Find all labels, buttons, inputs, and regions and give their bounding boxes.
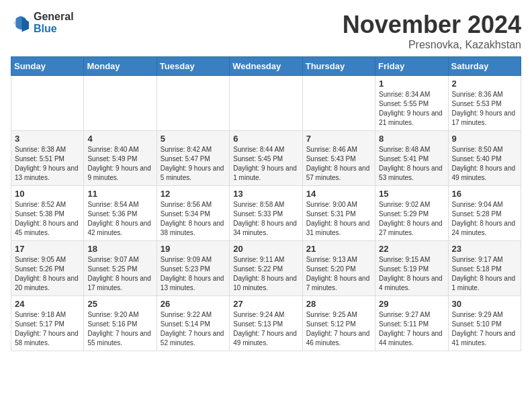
day-number: 23: [452, 244, 517, 254]
calendar-cell-w1-d7: 2Sunrise: 8:36 AMSunset: 5:53 PMDaylight…: [448, 76, 521, 131]
day-info: Sunrise: 9:15 AMSunset: 5:19 PMDaylight:…: [379, 256, 443, 291]
day-info: Sunrise: 9:17 AMSunset: 5:18 PMDaylight:…: [452, 256, 516, 291]
day-info: Sunrise: 9:18 AMSunset: 5:17 PMDaylight:…: [15, 311, 79, 347]
calendar-header-row: Sunday Monday Tuesday Wednesday Thursday…: [11, 57, 521, 76]
page-header: General Blue November 2024 Presnovka, Ka…: [11, 11, 521, 51]
location-title: Presnovka, Kazakhstan: [343, 39, 521, 51]
calendar-week-4: 17Sunrise: 9:05 AMSunset: 5:26 PMDayligh…: [11, 241, 521, 296]
calendar-cell-w5-d2: 25Sunrise: 9:20 AMSunset: 5:16 PMDayligh…: [84, 296, 157, 351]
calendar-cell-w2-d1: 3Sunrise: 8:38 AMSunset: 5:51 PMDaylight…: [11, 131, 84, 186]
calendar-week-1: 1Sunrise: 8:34 AMSunset: 5:55 PMDaylight…: [11, 76, 521, 131]
day-info: Sunrise: 9:11 AMSunset: 5:22 PMDaylight:…: [233, 256, 297, 291]
day-info: Sunrise: 8:52 AMSunset: 5:38 PMDaylight:…: [15, 201, 79, 236]
header-tuesday: Tuesday: [157, 57, 229, 76]
calendar-week-3: 10Sunrise: 8:52 AMSunset: 5:38 PMDayligh…: [11, 186, 521, 241]
calendar-week-5: 24Sunrise: 9:18 AMSunset: 5:17 PMDayligh…: [11, 296, 521, 351]
calendar-cell-w3-d3: 12Sunrise: 8:56 AMSunset: 5:34 PMDayligh…: [157, 186, 229, 241]
day-number: 8: [379, 134, 444, 144]
day-info: Sunrise: 9:00 AMSunset: 5:31 PMDaylight:…: [306, 201, 370, 236]
logo-blue: Blue: [34, 23, 57, 34]
header-thursday: Thursday: [302, 57, 375, 76]
day-number: 24: [15, 299, 80, 309]
day-info: Sunrise: 9:09 AMSunset: 5:23 PMDaylight:…: [161, 256, 224, 291]
logo-general: General: [34, 11, 74, 22]
day-info: Sunrise: 9:13 AMSunset: 5:20 PMDaylight:…: [306, 256, 370, 291]
header-saturday: Saturday: [448, 57, 521, 76]
day-info: Sunrise: 8:40 AMSunset: 5:49 PMDaylight:…: [87, 146, 151, 181]
day-info: Sunrise: 8:38 AMSunset: 5:51 PMDaylight:…: [15, 146, 79, 181]
day-number: 20: [233, 244, 298, 254]
day-info: Sunrise: 8:56 AMSunset: 5:34 PMDaylight:…: [161, 201, 224, 236]
day-info: Sunrise: 8:34 AMSunset: 5:55 PMDaylight:…: [379, 91, 443, 126]
day-number: 18: [87, 244, 152, 254]
header-friday: Friday: [375, 57, 448, 76]
calendar-cell-w3-d1: 10Sunrise: 8:52 AMSunset: 5:38 PMDayligh…: [11, 186, 84, 241]
day-number: 30: [452, 299, 517, 309]
day-info: Sunrise: 8:44 AMSunset: 5:45 PMDaylight:…: [233, 146, 297, 181]
logo: General Blue: [11, 11, 74, 35]
calendar-cell-w5-d3: 26Sunrise: 9:22 AMSunset: 5:14 PMDayligh…: [157, 296, 229, 351]
calendar-cell-w4-d1: 17Sunrise: 9:05 AMSunset: 5:26 PMDayligh…: [11, 241, 84, 296]
calendar-cell-w1-d3: [157, 76, 229, 131]
day-info: Sunrise: 9:02 AMSunset: 5:29 PMDaylight:…: [379, 201, 443, 236]
day-number: 19: [161, 244, 226, 254]
calendar-table: Sunday Monday Tuesday Wednesday Thursday…: [11, 56, 521, 351]
day-number: 28: [306, 299, 371, 309]
day-info: Sunrise: 9:22 AMSunset: 5:14 PMDaylight:…: [161, 311, 224, 347]
calendar-cell-w2-d4: 6Sunrise: 8:44 AMSunset: 5:45 PMDaylight…: [230, 131, 302, 186]
calendar-cell-w4-d7: 23Sunrise: 9:17 AMSunset: 5:18 PMDayligh…: [448, 241, 521, 296]
day-info: Sunrise: 8:50 AMSunset: 5:40 PMDaylight:…: [452, 146, 516, 181]
title-section: November 2024 Presnovka, Kazakhstan: [343, 11, 521, 51]
day-info: Sunrise: 9:05 AMSunset: 5:26 PMDaylight:…: [15, 256, 79, 291]
calendar-cell-w4-d3: 19Sunrise: 9:09 AMSunset: 5:23 PMDayligh…: [157, 241, 229, 296]
calendar-cell-w5-d7: 30Sunrise: 9:29 AMSunset: 5:10 PMDayligh…: [448, 296, 521, 351]
day-number: 12: [161, 189, 226, 199]
calendar-cell-w2-d2: 4Sunrise: 8:40 AMSunset: 5:49 PMDaylight…: [84, 131, 157, 186]
day-number: 22: [379, 244, 444, 254]
header-sunday: Sunday: [11, 57, 84, 76]
day-info: Sunrise: 9:25 AMSunset: 5:12 PMDaylight:…: [306, 311, 370, 347]
day-number: 3: [15, 134, 80, 144]
calendar-cell-w1-d6: 1Sunrise: 8:34 AMSunset: 5:55 PMDaylight…: [375, 76, 448, 131]
calendar-cell-w3-d7: 16Sunrise: 9:04 AMSunset: 5:28 PMDayligh…: [448, 186, 521, 241]
day-number: 21: [306, 244, 371, 254]
calendar-cell-w3-d6: 15Sunrise: 9:02 AMSunset: 5:29 PMDayligh…: [375, 186, 448, 241]
calendar-cell-w1-d1: [11, 76, 84, 131]
calendar-cell-w5-d1: 24Sunrise: 9:18 AMSunset: 5:17 PMDayligh…: [11, 296, 84, 351]
month-title: November 2024: [343, 11, 521, 39]
day-info: Sunrise: 8:42 AMSunset: 5:47 PMDaylight:…: [161, 146, 224, 181]
calendar-cell-w2-d3: 5Sunrise: 8:42 AMSunset: 5:47 PMDaylight…: [157, 131, 229, 186]
calendar-cell-w2-d6: 8Sunrise: 8:48 AMSunset: 5:41 PMDaylight…: [375, 131, 448, 186]
calendar-cell-w3-d2: 11Sunrise: 8:54 AMSunset: 5:36 PMDayligh…: [84, 186, 157, 241]
day-info: Sunrise: 9:07 AMSunset: 5:25 PMDaylight:…: [87, 256, 151, 291]
day-number: 11: [87, 189, 152, 199]
calendar-cell-w5-d5: 28Sunrise: 9:25 AMSunset: 5:12 PMDayligh…: [302, 296, 375, 351]
logo-text: General Blue: [34, 11, 74, 35]
day-number: 9: [452, 134, 517, 144]
day-info: Sunrise: 8:48 AMSunset: 5:41 PMDaylight:…: [379, 146, 443, 181]
day-number: 13: [233, 189, 298, 199]
calendar-cell-w1-d4: [230, 76, 302, 131]
logo-icon: [11, 13, 31, 33]
day-number: 7: [306, 134, 371, 144]
day-info: Sunrise: 8:36 AMSunset: 5:53 PMDaylight:…: [452, 91, 516, 126]
day-number: 6: [233, 134, 298, 144]
day-number: 1: [379, 79, 444, 89]
calendar-cell-w4-d2: 18Sunrise: 9:07 AMSunset: 5:25 PMDayligh…: [84, 241, 157, 296]
calendar-cell-w5-d6: 29Sunrise: 9:27 AMSunset: 5:11 PMDayligh…: [375, 296, 448, 351]
day-number: 17: [15, 244, 80, 254]
calendar-cell-w3-d5: 14Sunrise: 9:00 AMSunset: 5:31 PMDayligh…: [302, 186, 375, 241]
day-number: 4: [87, 134, 152, 144]
day-number: 25: [87, 299, 152, 309]
calendar-cell-w2-d7: 9Sunrise: 8:50 AMSunset: 5:40 PMDaylight…: [448, 131, 521, 186]
day-info: Sunrise: 8:58 AMSunset: 5:33 PMDaylight:…: [233, 201, 297, 236]
day-number: 15: [379, 189, 444, 199]
day-number: 14: [306, 189, 371, 199]
day-number: 16: [452, 189, 517, 199]
calendar-cell-w4-d6: 22Sunrise: 9:15 AMSunset: 5:19 PMDayligh…: [375, 241, 448, 296]
header-wednesday: Wednesday: [230, 57, 302, 76]
day-number: 29: [379, 299, 444, 309]
day-info: Sunrise: 8:46 AMSunset: 5:43 PMDaylight:…: [306, 146, 370, 181]
day-number: 2: [452, 79, 517, 89]
day-info: Sunrise: 9:20 AMSunset: 5:16 PMDaylight:…: [87, 311, 151, 347]
